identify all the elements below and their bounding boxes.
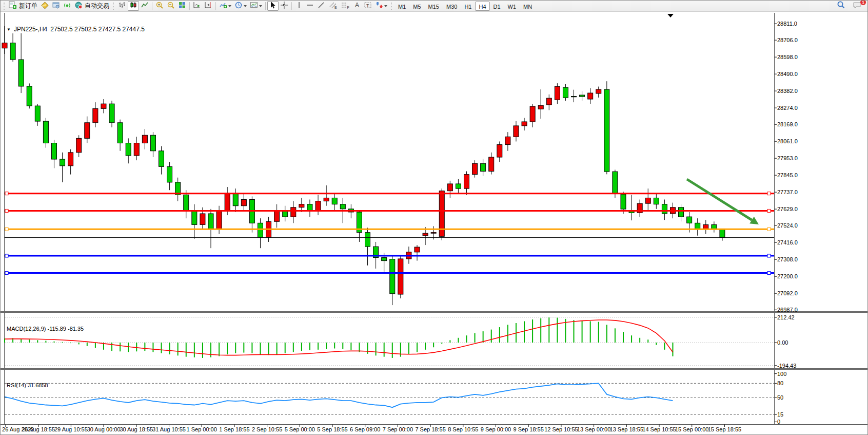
time-label: 6 Sep 09:00: [350, 426, 380, 432]
line-handle[interactable]: [767, 272, 771, 275]
candle: [117, 120, 123, 151]
candle: [712, 221, 717, 232]
candle: [93, 102, 98, 127]
time-axis[interactable]: 26 Aug 202226 Aug 18:5529 Aug 10:5530 Au…: [2, 425, 741, 433]
line-handle[interactable]: [767, 228, 771, 231]
candle: [357, 211, 362, 242]
svg-text:80: 80: [777, 380, 783, 386]
candle: [43, 118, 48, 148]
candle: [645, 188, 650, 211]
line-handle[interactable]: [767, 192, 771, 195]
svg-text:212.42: 212.42: [777, 314, 795, 320]
svg-text:-194.43: -194.43: [777, 363, 796, 369]
candle: [522, 118, 527, 130]
line-handle[interactable]: [767, 209, 771, 212]
svg-text:27737.0: 27737.0: [777, 189, 798, 195]
time-label: 29 Aug 10:55: [54, 426, 88, 432]
candle: [489, 153, 494, 175]
time-label: 30 Aug 00:00: [87, 426, 121, 432]
chart-canvas[interactable]: 28811.028706.028598.028490.028382.028274…: [1, 1, 868, 435]
svg-text:28598.0: 28598.0: [777, 54, 798, 60]
candle: [514, 121, 519, 142]
svg-text:26987.0: 26987.0: [777, 307, 798, 313]
line-handle[interactable]: [767, 254, 771, 257]
candle: [580, 91, 585, 101]
candle: [324, 185, 329, 206]
time-label: 12 Sep 10:55: [544, 426, 578, 432]
svg-text:15: 15: [777, 411, 783, 418]
time-label: 9 Sep 18:55: [514, 426, 544, 432]
candle: [18, 33, 24, 93]
candle: [101, 99, 106, 113]
candle: [134, 137, 139, 160]
time-label: 5 Sep 18:55: [317, 426, 347, 432]
time-label: 30 Aug 18:55: [120, 426, 153, 432]
horizontal-line-27221.7[interactable]: [5, 272, 774, 275]
trend-arrow-annotation[interactable]: [687, 179, 759, 224]
rsi-level-lines: [5, 383, 774, 414]
one-click-trading-toggle[interactable]: ▼: [7, 27, 11, 32]
chart-shift-marker[interactable]: [667, 14, 674, 17]
macd-gridlines: [5, 317, 774, 366]
candle: [274, 204, 280, 228]
horizontal-line-27728.7[interactable]: [5, 192, 774, 195]
time-label: 1 Sep 18:55: [219, 426, 249, 432]
candle: [415, 245, 420, 261]
candle: [258, 218, 263, 248]
svg-text:27524.0: 27524.0: [777, 222, 798, 229]
chart-symbol-period: JPN225-,H4: [14, 26, 47, 33]
time-label: 13 Sep 18:55: [610, 426, 643, 432]
horizontal-line-27331.5[interactable]: [5, 254, 774, 257]
candle: [27, 83, 32, 108]
candle: [538, 89, 543, 119]
svg-text:27629.0: 27629.0: [777, 206, 798, 212]
candle: [126, 138, 131, 163]
candle: [175, 178, 181, 201]
chart-ohlc-values: 27502.5 27502.5 27427.5 27447.5: [50, 26, 145, 33]
candle: [315, 195, 321, 215]
chart-header: ▼ JPN225-,H4 27502.5 27502.5 27427.5 274…: [7, 26, 145, 33]
svg-text:28811.0: 28811.0: [777, 21, 797, 27]
svg-text:28169.0: 28169.0: [777, 121, 798, 127]
candle: [35, 104, 40, 126]
line-handle[interactable]: [5, 209, 8, 212]
svg-text:27953.0: 27953.0: [777, 155, 798, 161]
time-label: 5 Sep 00:00: [285, 426, 315, 432]
horizontal-line-27501.2[interactable]: [5, 228, 774, 231]
svg-text:28490.0: 28490.0: [777, 71, 798, 77]
candle: [85, 117, 90, 143]
time-label: 8 Sep 10:55: [448, 426, 478, 432]
svg-text:27092.0: 27092.0: [777, 290, 798, 296]
svg-text:28706.0: 28706.0: [777, 37, 798, 43]
svg-text:0: 0: [777, 419, 780, 425]
line-handle[interactable]: [5, 272, 8, 275]
candle: [588, 88, 593, 104]
line-handle[interactable]: [5, 254, 8, 257]
candle: [142, 129, 147, 149]
candle: [720, 229, 725, 241]
candle: [497, 141, 502, 162]
candle: [60, 153, 65, 182]
candle: [604, 81, 609, 174]
candle: [703, 220, 708, 234]
horizontal-line-27618.2[interactable]: [5, 209, 774, 212]
candle: [464, 172, 469, 195]
candle: [365, 228, 370, 265]
time-label: 26 Aug 18:55: [22, 426, 55, 432]
candle: [629, 195, 634, 220]
candle: [662, 200, 667, 220]
line-handle[interactable]: [5, 192, 8, 195]
candle: [233, 188, 238, 212]
time-label: 14 Sep 10:55: [642, 426, 676, 432]
candle: [51, 140, 56, 168]
line-handle[interactable]: [5, 228, 8, 231]
candle: [307, 200, 312, 217]
candle: [10, 33, 15, 62]
candle: [563, 84, 568, 101]
time-label: 31 Aug 10:55: [152, 426, 186, 432]
candle: [530, 104, 535, 127]
rsi-axis-ticks: 1008050150: [775, 371, 786, 425]
candle: [192, 204, 197, 239]
candle: [481, 159, 486, 176]
price-axis-ticks: 28811.028706.028598.028490.028382.028274…: [775, 21, 798, 313]
